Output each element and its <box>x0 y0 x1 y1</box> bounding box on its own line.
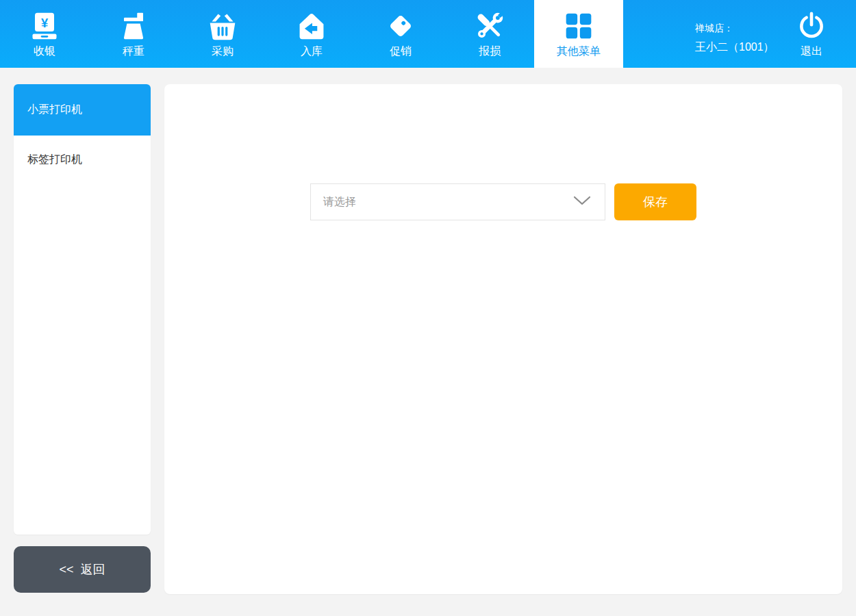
nav-item-label: 报损 <box>479 46 501 57</box>
nav-item-weighing[interactable]: 秤重 <box>89 0 178 68</box>
cash-register-icon: ¥ <box>30 11 59 41</box>
sidebar-item-label-printer[interactable]: 标签打印机 <box>14 136 151 183</box>
store-user: 王小二（1001） <box>695 40 767 55</box>
store-info: 禅城店： 王小二（1001） <box>623 0 767 68</box>
back-button[interactable]: << 返回 <box>14 546 151 593</box>
svg-text:¥: ¥ <box>41 16 49 30</box>
nav-item-label: 促销 <box>390 46 412 57</box>
basket-icon <box>207 11 238 41</box>
warehouse-in-icon <box>297 11 327 41</box>
sidebar: 小票打印机 标签打印机 <box>14 84 151 535</box>
nav-item-label: 收银 <box>34 46 55 57</box>
content-panel: 请选择 保存 <box>164 84 842 594</box>
grid-icon <box>564 11 594 41</box>
sidebar-item-receipt-printer[interactable]: 小票打印机 <box>14 84 151 136</box>
nav-item-cashier[interactable]: ¥ 收银 <box>0 0 89 68</box>
logout-button[interactable]: 退出 <box>767 0 856 68</box>
power-icon <box>796 11 827 41</box>
nav-item-promotion[interactable]: 促销 <box>356 0 445 68</box>
nav-item-loss-report[interactable]: 报损 <box>445 0 534 68</box>
nav-item-label: 秤重 <box>123 46 144 57</box>
nav-item-label: 其他菜单 <box>557 46 601 57</box>
tools-icon <box>475 11 505 41</box>
store-name: 禅城店： <box>695 23 767 35</box>
printer-select[interactable]: 请选择 <box>310 183 605 220</box>
nav-item-stock-in[interactable]: 入库 <box>267 0 356 68</box>
top-nav-bar: ¥ 收银 秤重 采购 <box>0 0 856 68</box>
nav-item-other-menu[interactable]: 其他菜单 <box>534 0 623 68</box>
nav-item-label: 入库 <box>301 46 323 57</box>
save-button[interactable]: 保存 <box>614 183 696 220</box>
sidebar-item-label: 小票打印机 <box>27 103 82 117</box>
scale-icon <box>119 11 148 41</box>
chevron-down-icon <box>573 196 591 208</box>
sidebar-item-label: 标签打印机 <box>27 153 82 167</box>
nav-item-purchase[interactable]: 采购 <box>178 0 267 68</box>
printer-form-row: 请选择 保存 <box>310 183 696 220</box>
tag-icon <box>386 11 416 41</box>
select-placeholder: 请选择 <box>323 195 356 209</box>
nav-item-label: 采购 <box>212 46 234 57</box>
logout-label: 退出 <box>801 46 822 57</box>
